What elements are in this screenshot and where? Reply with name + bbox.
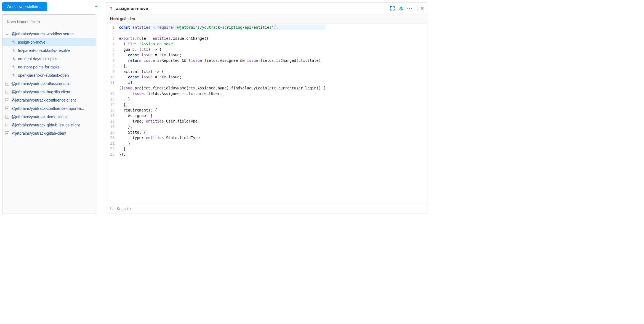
tree-group[interactable]: +@jetbrains/youtrack-demo-client (2, 113, 96, 121)
tree-group[interactable]: +@jetbrains/youtrack-bugzilla-client (2, 88, 96, 96)
tree-label: @jetbrains/youtrack-github-issues-client (11, 123, 80, 127)
tree-group[interactable]: +@jetbrains/youtrack-gitlab-client (2, 129, 96, 137)
expand-icon[interactable]: + (5, 82, 9, 86)
editor-status: Nicht geändert (106, 14, 427, 23)
console-label: Konsole (117, 206, 131, 211)
expand-icon[interactable]: + (5, 107, 9, 110)
tree-group[interactable]: +@jetbrains/youtrack-github-issues-clien… (2, 121, 96, 129)
tree-label: @jetbrains/youtrack-confluence-client (11, 98, 76, 102)
tree-label: @jetbrains/youtrack-demo-client (11, 115, 67, 119)
console-icon (110, 206, 114, 211)
expand-icon[interactable]: + (5, 90, 9, 94)
tree-label: @jetbrains/youtrack-atlassian-utils (11, 81, 70, 86)
tree-label: @jetbrains/youtrack-bugzilla-client (11, 90, 70, 94)
tree-item[interactable]: open-parent-on-subtask-open (2, 71, 96, 79)
tree-group[interactable]: +@jetbrains/youtrack-atlassian-utils (2, 79, 96, 88)
workflow-rule-icon (12, 57, 16, 61)
workflow-tree: –@jetbrains/youtrack-workflow-scrumassig… (2, 28, 96, 139)
workflow-rule-icon (12, 65, 16, 69)
collapse-sidebar-icon[interactable]: « (95, 3, 98, 9)
expand-icon[interactable]: + (5, 123, 9, 127)
code-editor[interactable]: 1234567891011121314151617181920212223 co… (106, 23, 427, 203)
code-content[interactable]: const entities = require('@jetbrains/you… (117, 23, 328, 203)
workflow-tree-panel: –@jetbrains/youtrack-workflow-scrumassig… (2, 14, 96, 214)
line-gutter: 1234567891011121314151617181920212223 (106, 23, 117, 203)
create-workflow-button[interactable]: Workflow erstellen ... (2, 2, 47, 11)
collapse-icon[interactable]: – (5, 32, 9, 36)
workflow-rule-icon (12, 49, 16, 52)
tree-item[interactable]: assign-on-move (2, 38, 96, 46)
workflow-rule-icon (12, 40, 16, 44)
expand-icon[interactable]: + (5, 98, 9, 102)
console-bar[interactable]: Konsole (106, 203, 427, 214)
workflow-rule-icon (110, 6, 113, 10)
svg-point-1 (401, 9, 403, 10)
close-icon[interactable]: ✕ (417, 5, 424, 11)
tree-label: @jetbrains/youtrack-confluence-import-a.… (11, 106, 84, 111)
tree-label: fix-parent-on-subtasks-resolve (18, 48, 70, 53)
more-actions-icon[interactable]: ••• (407, 5, 413, 11)
tree-label: open-parent-on-subtask-open (18, 73, 69, 78)
incognito-icon[interactable] (398, 5, 404, 11)
expand-icon[interactable]: + (5, 115, 9, 119)
editor-title: assign-on-move (116, 6, 148, 11)
expand-icon[interactable]: + (5, 131, 9, 135)
editor-header: assign-on-move ••• ✕ (106, 2, 427, 14)
expand-icon[interactable] (389, 5, 395, 11)
tree-group[interactable]: +@jetbrains/youtrack-confluence-client (2, 96, 96, 104)
tree-group[interactable]: –@jetbrains/youtrack-workflow-scrum (2, 30, 96, 38)
tree-item[interactable]: fix-parent-on-subtasks-resolve (2, 46, 96, 55)
editor-panel: assign-on-move ••• ✕ Nicht geändert 1234… (106, 2, 427, 214)
filter-input[interactable] (7, 18, 91, 26)
tree-item[interactable]: no-story-points-for-tasks (2, 63, 96, 71)
tree-item[interactable]: no-ideal-days-for-epics (2, 55, 96, 63)
tree-label: no-story-points-for-tasks (18, 65, 60, 69)
tree-label: no-ideal-days-for-epics (18, 57, 57, 61)
tree-label: assign-on-move (18, 40, 46, 44)
tree-label: @jetbrains/youtrack-workflow-scrum (11, 32, 74, 36)
tree-label: @jetbrains/youtrack-gitlab-client (11, 131, 66, 136)
svg-point-0 (400, 9, 401, 10)
tree-group[interactable]: +@jetbrains/youtrack-confluence-import-a… (2, 104, 96, 113)
workflow-rule-icon (12, 73, 16, 77)
